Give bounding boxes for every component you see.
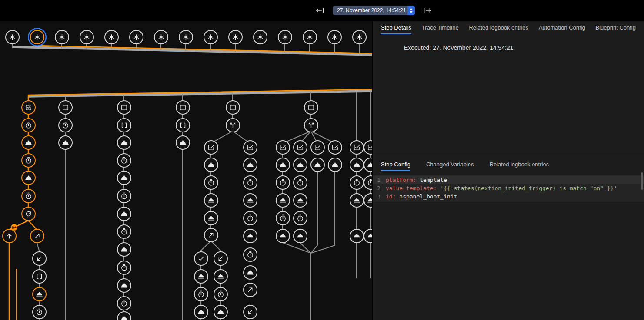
timer-node[interactable]	[276, 175, 290, 190]
tab-step-details[interactable]: Step Details	[381, 21, 411, 34]
service-bell-node[interactable]	[204, 158, 218, 172]
timer-node[interactable]	[243, 211, 257, 225]
service-bell-node[interactable]	[214, 305, 228, 319]
service-bell-node[interactable]	[243, 229, 257, 243]
asterisk-node[interactable]	[80, 30, 94, 44]
asterisk-node[interactable]	[352, 30, 367, 44]
tab-changed-variables[interactable]: Changed Variables	[426, 158, 474, 171]
service-bell-node[interactable]	[276, 158, 290, 172]
asterisk-node[interactable]	[30, 30, 44, 44]
timer-node[interactable]	[243, 247, 257, 262]
service-bell-node[interactable]	[117, 242, 131, 257]
previous-trace-button[interactable]	[314, 6, 325, 15]
service-bell-node[interactable]	[214, 269, 228, 284]
checkbox-marked-node[interactable]	[350, 140, 364, 155]
checkbox-blank-node[interactable]	[176, 100, 190, 115]
timer-node[interactable]	[243, 175, 257, 190]
checkbox-marked-node[interactable]	[276, 140, 290, 155]
arrow-up-node[interactable]	[2, 229, 17, 243]
timer-node[interactable]	[214, 287, 228, 301]
service-bell-node[interactable]	[350, 229, 364, 243]
tab-blueprint-config[interactable]: Blueprint Config	[595, 21, 636, 34]
check-node[interactable]	[194, 251, 208, 266]
checkbox-blank-node[interactable]	[304, 100, 318, 115]
tab-related-logbook-entries[interactable]: Related logbook entries	[469, 21, 528, 34]
asterisk-node[interactable]	[154, 30, 168, 44]
asterisk-node[interactable]	[327, 30, 342, 44]
next-trace-button[interactable]	[422, 6, 433, 15]
service-bell-node[interactable]	[276, 229, 290, 243]
trace-select[interactable]: 27. November 2022, 14:54:21	[333, 6, 415, 15]
asterisk-node[interactable]	[228, 30, 243, 44]
timer-node[interactable]	[117, 261, 131, 275]
service-bell-node[interactable]	[21, 171, 36, 185]
service-bell-node[interactable]	[21, 135, 36, 150]
tab-automation-config[interactable]: Automation Config	[539, 21, 585, 34]
asterisk-node[interactable]	[104, 30, 119, 44]
service-bell-node[interactable]	[117, 207, 131, 221]
checkbox-blank-node[interactable]	[117, 100, 131, 115]
timer-node[interactable]	[293, 211, 307, 225]
timer-node[interactable]	[293, 175, 307, 190]
service-bell-node[interactable]	[194, 269, 208, 284]
code-scrollbar[interactable]	[641, 172, 643, 190]
service-bell-node[interactable]	[194, 305, 208, 319]
call-split-node[interactable]	[226, 118, 240, 132]
asterisk-node[interactable]	[129, 30, 143, 44]
checkbox-blank-node[interactable]	[58, 100, 73, 115]
refresh-node[interactable]	[21, 207, 36, 221]
asterisk-node[interactable]	[253, 30, 267, 44]
timer-node[interactable]	[117, 296, 131, 310]
timer-node[interactable]	[350, 175, 364, 190]
timer-node[interactable]	[204, 175, 218, 190]
timer-node[interactable]	[58, 118, 73, 132]
arrow-bottom-left-node[interactable]	[214, 251, 228, 266]
service-bell-node[interactable]	[243, 158, 257, 172]
timer-node[interactable]	[21, 118, 36, 132]
service-bell-node[interactable]	[293, 193, 307, 208]
arrow-top-right-node[interactable]	[30, 229, 44, 243]
timer-node[interactable]	[117, 153, 131, 168]
timer-node[interactable]	[21, 153, 36, 168]
checkbox-marked-node[interactable]	[328, 140, 342, 155]
asterisk-node[interactable]	[204, 30, 218, 44]
code-brackets-node[interactable]	[32, 269, 47, 284]
service-bell-node[interactable]	[243, 193, 257, 208]
service-bell-node[interactable]	[204, 193, 218, 208]
code-brackets-node[interactable]	[176, 118, 190, 132]
call-split-node[interactable]	[304, 118, 318, 132]
service-bell-node[interactable]	[293, 229, 307, 243]
arrow-top-right-node[interactable]	[204, 228, 218, 242]
timer-node[interactable]	[21, 189, 36, 203]
service-bell-node[interactable]	[58, 135, 73, 150]
service-bell-node[interactable]	[350, 193, 364, 208]
arrow-bottom-left-node[interactable]	[243, 305, 257, 319]
asterisk-node[interactable]	[55, 30, 69, 44]
service-bell-node[interactable]	[328, 158, 342, 172]
service-bell-node[interactable]	[117, 171, 131, 185]
code-brackets-node[interactable]	[117, 118, 131, 132]
asterisk-node[interactable]	[303, 30, 317, 44]
timer-node[interactable]	[32, 305, 47, 319]
service-bell-node[interactable]	[243, 265, 257, 280]
asterisk-node[interactable]	[278, 30, 292, 44]
timer-node[interactable]	[117, 224, 131, 239]
service-bell-node[interactable]	[310, 158, 325, 172]
arrow-bottom-left-node[interactable]	[32, 251, 47, 266]
checkbox-marked-node[interactable]	[310, 140, 325, 155]
service-bell-node[interactable]	[117, 135, 131, 150]
checkbox-marked-node[interactable]	[243, 140, 257, 155]
arrow-top-right-node[interactable]	[243, 283, 257, 297]
tab-trace-timeline[interactable]: Trace Timeline	[422, 21, 459, 34]
service-bell-node[interactable]	[176, 135, 190, 150]
timer-node[interactable]	[194, 287, 208, 301]
service-bell-node[interactable]	[117, 278, 131, 293]
timer-node[interactable]	[276, 211, 290, 225]
timer-node[interactable]	[117, 189, 131, 203]
service-bell-node[interactable]	[204, 211, 218, 225]
checkbox-marked-node[interactable]	[204, 140, 218, 155]
service-bell-node[interactable]	[32, 287, 47, 301]
checkbox-blank-node[interactable]	[226, 100, 240, 115]
asterisk-node[interactable]	[179, 30, 193, 44]
service-bell-node[interactable]	[276, 193, 290, 208]
